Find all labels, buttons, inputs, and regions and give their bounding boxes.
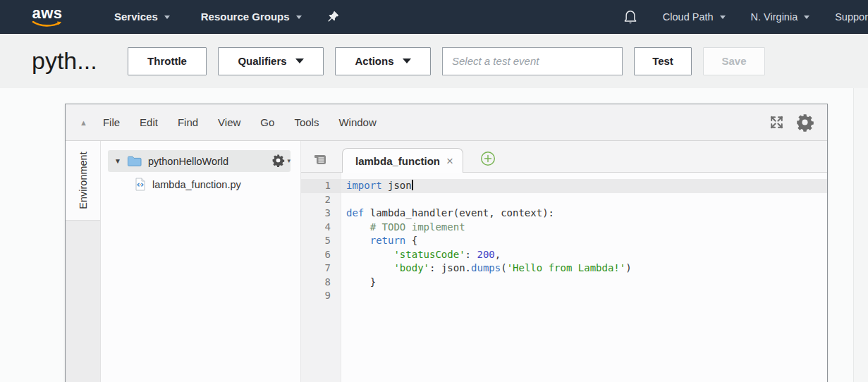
code-line-9[interactable]: 9 (301, 289, 827, 303)
nav-account-menu[interactable]: Cloud Path (663, 11, 726, 23)
collapse-panel-icon[interactable]: ▲ (80, 118, 87, 127)
plus-circle-icon (480, 151, 496, 166)
environment-strip: Environment (66, 141, 101, 382)
code-text[interactable]: # TODO implement (341, 221, 827, 235)
code-line-4[interactable]: 4 # TODO implement (301, 221, 827, 235)
code-text[interactable]: 'statusCode': 200, (341, 248, 827, 262)
aws-logo[interactable]: aws (30, 6, 65, 27)
code-text[interactable]: } (341, 276, 827, 290)
nav-pin-button[interactable] (327, 11, 339, 23)
chevron-down-icon (296, 16, 302, 19)
fullscreen-icon[interactable] (769, 114, 785, 130)
folder-icon (127, 155, 142, 167)
editor-tabbar: lambda_function × (301, 141, 827, 173)
aws-logo-text: aws (30, 6, 65, 20)
code-line-6[interactable]: 6 'statusCode': 200, (301, 248, 827, 262)
menu-item-edit[interactable]: Edit (140, 116, 158, 128)
code-text[interactable]: return { (341, 234, 827, 248)
code-line-3[interactable]: 3def lambda_handler(event, context): (301, 207, 827, 221)
caret-down-icon (403, 58, 411, 63)
tree-folder-row[interactable]: ▼ pythonHelloWorld (108, 150, 291, 172)
save-button[interactable]: Save (703, 47, 765, 75)
menu-item-find[interactable]: Find (178, 116, 198, 128)
code-editor-panel: ▲ FileEditFindViewGoToolsWindow (65, 104, 828, 382)
environment-tab-label: Environment (78, 152, 89, 209)
code-text[interactable] (341, 289, 827, 303)
line-number: 9 (301, 289, 341, 303)
bell-icon (623, 9, 637, 25)
tree-file-label: lambda_function.py (152, 179, 241, 190)
code-text[interactable] (341, 193, 827, 207)
menu-item-view[interactable]: View (218, 116, 240, 128)
ide-body: Environment ▼ pythonHelloWorld (66, 141, 827, 382)
new-tab-button[interactable] (480, 151, 496, 166)
code-text[interactable]: def lambda_handler(event, context): (341, 207, 827, 221)
code-area[interactable]: 1import json23def lambda_handler(event, … (301, 173, 827, 382)
page-content: ▲ FileEditFindViewGoToolsWindow (0, 88, 868, 382)
line-number: 5 (301, 234, 341, 248)
nav-resource-groups[interactable]: Resource Groups (201, 11, 302, 23)
chevron-down-icon (720, 16, 726, 19)
python-file-icon (135, 178, 146, 191)
menubar-items: FileEditFindViewGoToolsWindow (103, 116, 396, 128)
line-number: 1 (301, 179, 341, 193)
menu-item-go[interactable]: Go (260, 116, 274, 128)
chevron-down-icon (804, 16, 809, 19)
menubar-icons (769, 113, 814, 132)
nav-region-menu[interactable]: N. Virginia (751, 11, 810, 23)
environment-tab[interactable]: Environment (66, 141, 100, 221)
page-scrollbar-track[interactable] (853, 88, 868, 382)
test-button[interactable]: Test (634, 47, 692, 75)
qualifiers-dropdown-button[interactable]: Qualifiers (218, 47, 324, 75)
throttle-button[interactable]: Throttle (128, 47, 207, 75)
nav-right-group: Cloud Path N. Virginia Support (623, 9, 868, 25)
tab-label: lambda_function (355, 155, 440, 167)
text-caret (412, 180, 413, 190)
test-event-select[interactable]: Select a test event (442, 47, 623, 75)
aws-top-navbar: aws Services Resource Groups Cloud Path (0, 0, 868, 34)
nav-services[interactable]: Services (114, 11, 170, 23)
disclosure-triangle-icon[interactable]: ▼ (114, 157, 121, 165)
tree-file-row[interactable]: lambda_function.py (101, 174, 300, 195)
tab-lambda-function[interactable]: lambda_function × (342, 148, 463, 173)
line-number: 7 (301, 261, 341, 276)
tab-list-button[interactable] (308, 147, 332, 171)
line-number: 8 (301, 276, 341, 290)
code-text[interactable]: import json (341, 179, 827, 193)
line-number: 6 (301, 248, 341, 262)
file-tree: ▼ pythonHelloWorld ▾ (101, 141, 301, 382)
tab-list-icon (313, 153, 328, 166)
line-number: 3 (301, 207, 341, 221)
function-header: pyth... Throttle Qualifiers Actions Sele… (0, 34, 868, 88)
menu-item-window[interactable]: Window (338, 116, 376, 128)
pushpin-icon (327, 11, 339, 23)
code-line-2[interactable]: 2 (301, 193, 827, 207)
code-line-5[interactable]: 5 return { (301, 234, 827, 248)
close-tab-icon[interactable]: × (446, 155, 453, 167)
caret-down-icon: ▾ (287, 157, 291, 164)
code-line-7[interactable]: 7 'body': json.dumps('Hello from Lambda!… (301, 261, 827, 276)
code-line-1[interactable]: 1import json (301, 179, 827, 193)
nav-support-menu[interactable]: Support (835, 11, 868, 23)
settings-gear-icon[interactable] (795, 113, 814, 132)
function-name-title: pyth... (32, 47, 118, 75)
editor-pane: lambda_function × 1import json23def lamb… (301, 141, 827, 382)
code-lines: 1import json23def lambda_handler(event, … (301, 179, 827, 303)
test-event-placeholder: Select a test event (452, 55, 539, 67)
editor-menubar: ▲ FileEditFindViewGoToolsWindow (66, 104, 827, 141)
menu-item-tools[interactable]: Tools (294, 116, 319, 128)
code-line-8[interactable]: 8 } (301, 276, 827, 290)
tree-folder-label: pythonHelloWorld (148, 156, 286, 167)
line-number: 2 (301, 193, 341, 207)
tree-settings-button[interactable]: ▾ (271, 154, 291, 167)
code-text[interactable]: 'body': json.dumps('Hello from Lambda!') (341, 261, 827, 276)
caret-down-icon (295, 58, 304, 63)
gear-icon (271, 154, 285, 167)
nav-notifications[interactable] (623, 9, 637, 25)
line-number: 4 (301, 221, 341, 235)
actions-dropdown-button[interactable]: Actions (335, 47, 431, 75)
chevron-down-icon (164, 16, 170, 19)
menu-item-file[interactable]: File (103, 116, 120, 128)
